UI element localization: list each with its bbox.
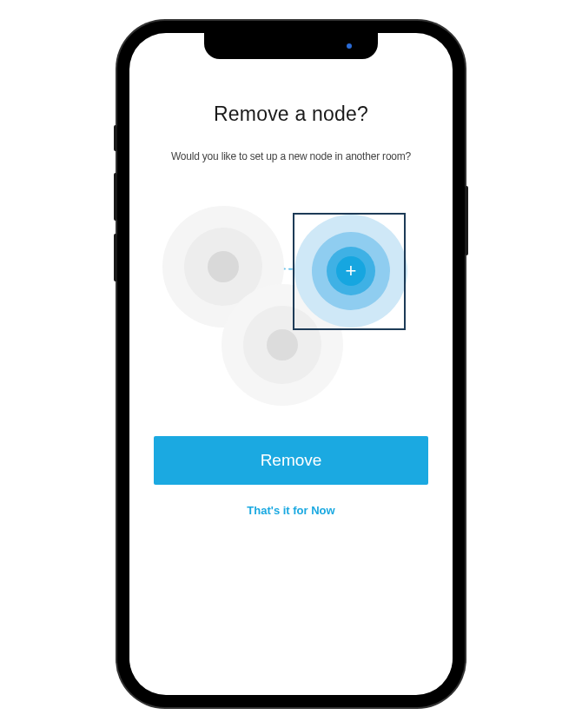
camera-indicator-icon: [347, 43, 352, 49]
page-subtitle: Would you like to set up a new node in a…: [154, 150, 428, 162]
thats-it-link[interactable]: That's it for Now: [154, 504, 428, 517]
power-button: [465, 186, 468, 255]
page-title: Remove a node?: [154, 103, 428, 126]
phone-frame: Remove a node? Would you like to set up …: [117, 21, 465, 707]
screen: Remove a node? Would you like to set up …: [129, 33, 453, 695]
side-button: [114, 125, 117, 151]
node-diagram: +: [154, 202, 428, 406]
volume-down-button: [114, 234, 117, 281]
notch: [204, 33, 378, 59]
app-content: Remove a node? Would you like to set up …: [129, 33, 453, 695]
remove-button[interactable]: Remove: [154, 436, 428, 485]
highlight-box: [293, 213, 406, 330]
volume-up-button: [114, 173, 117, 221]
